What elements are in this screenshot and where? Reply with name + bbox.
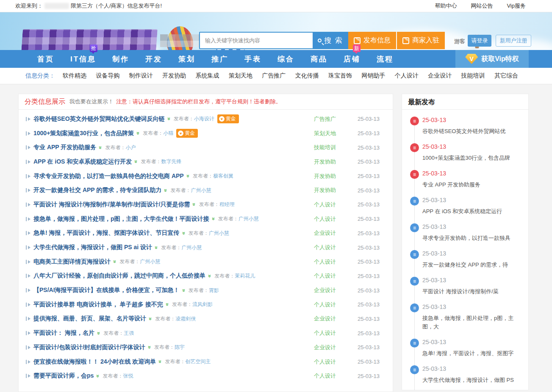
listing-category-link[interactable]: 个人设计: [306, 329, 344, 337]
publisher-link[interactable]: 广州小慧: [181, 244, 202, 251]
listing-title-link[interactable]: 【PS/AI海报平面设计】在线接单，价格便宜，可加急！: [33, 286, 180, 294]
chevron-down-icon[interactable]: «: [180, 232, 186, 235]
nav-item[interactable]: 策划: [178, 54, 195, 64]
post-title-link[interactable]: 开发一款健身社交 APP 的需求，待: [422, 261, 508, 268]
listing-title-link[interactable]: 谷歌外链SEO英文外链外贸网站优化关键词反向链: [33, 115, 165, 123]
listing-title-link[interactable]: 1000+策划案涵盖30行业，包含品牌策: [33, 130, 134, 137]
listing-title-link[interactable]: 接急单，做海报，图片处理，p图，主图，大学生代做！平面设计接: [33, 215, 209, 223]
nav-item[interactable]: IT信息: [70, 54, 96, 64]
publisher-link[interactable]: 霄影: [209, 287, 219, 294]
listing-title-link[interactable]: 平面设计 海报设计/海报制作/菜单制作/封面设计/只要是你需: [33, 201, 190, 209]
publisher-link[interactable]: 流风剑影: [192, 301, 213, 308]
chevron-down-icon[interactable]: «: [164, 303, 170, 306]
listing-category-link[interactable]: 个人设计: [306, 244, 344, 251]
listing-category-link[interactable]: 开发协助: [306, 172, 344, 180]
post-title-link[interactable]: 专业 APP 开发协助服务: [422, 181, 480, 188]
nav-item[interactable]: 开发: [145, 54, 162, 64]
topbar-link[interactable]: 网站公告: [471, 2, 493, 10]
listing-title-link[interactable]: 开发一款健身社交 APP 的需求，待专业团队助力: [33, 186, 161, 194]
chevron-down-icon[interactable]: «: [165, 117, 172, 120]
chevron-down-icon[interactable]: «: [95, 332, 101, 335]
category-link[interactable]: 技能培训: [461, 72, 485, 80]
chevron-down-icon[interactable]: «: [97, 146, 103, 149]
chevron-down-icon[interactable]: «: [206, 275, 212, 278]
category-link[interactable]: 系统集成: [196, 72, 219, 80]
publisher-link[interactable]: 小户: [126, 144, 136, 151]
vip-privilege-button[interactable]: V 获取Vip特权: [455, 50, 529, 68]
category-link[interactable]: 珠宝首饰: [328, 72, 352, 80]
listing-title-link[interactable]: 平面设计/包装设计/封底封面设计/字体设计: [33, 344, 145, 351]
publisher-link[interactable]: 茉莉花儿: [235, 272, 255, 280]
nav-item[interactable]: 制作: [112, 54, 129, 64]
chevron-down-icon[interactable]: «: [94, 375, 100, 378]
post-title-link[interactable]: 1000+策划案涵盖30行业，包含品牌: [422, 155, 510, 161]
listing-category-link[interactable]: 开发协助: [306, 158, 344, 166]
search-input[interactable]: [200, 33, 313, 48]
listing-title-link[interactable]: 电商美工主图详情页海报设计: [33, 258, 111, 266]
listing-category-link[interactable]: 企业设计: [306, 315, 344, 322]
listing-title-link[interactable]: 便宜接在线做海报啦！！ 24小时在线 欢迎询单: [33, 358, 156, 366]
category-link[interactable]: 制作设计: [129, 72, 153, 80]
listing-category-link[interactable]: 技能培训: [306, 144, 344, 151]
listing-title-link[interactable]: 急单! 海报，平面设计，海报、抠图字体设计、节日宣传: [33, 229, 180, 237]
post-title-link[interactable]: 寻求专业开发协助，以打造一款独具: [422, 235, 510, 241]
listing-title-link[interactable]: APP 在 iOS 和安卓系统稳定运行开发: [33, 158, 132, 166]
category-link[interactable]: 文化传播: [295, 72, 319, 80]
listing-category-link[interactable]: 开发协助: [306, 186, 344, 194]
chevron-down-icon[interactable]: «: [180, 289, 186, 292]
listing-title-link[interactable]: 大学生代做海报，海报设计，做图 PS ai 设计: [33, 244, 152, 251]
category-link[interactable]: 企业设计: [428, 72, 452, 80]
listing-title-link[interactable]: 需要平面设计师，会ps: [33, 372, 94, 380]
category-link[interactable]: 设备导购: [96, 72, 119, 80]
listing-title-link[interactable]: 寻求专业开发协助，以打造一款独具特色的社交电商 APP: [33, 172, 184, 180]
chevron-down-icon[interactable]: «: [147, 317, 153, 320]
publisher-link[interactable]: 张悦: [123, 373, 133, 380]
listing-category-link[interactable]: 个人设计: [306, 215, 344, 223]
publisher-link[interactable]: 广州小慧: [140, 258, 160, 265]
publisher-link[interactable]: 陈宇: [175, 344, 185, 351]
nav-item[interactable]: 手表: [244, 54, 261, 64]
nav-item[interactable]: 商品: [311, 54, 327, 64]
chevron-down-icon[interactable]: «: [162, 189, 168, 192]
chevron-down-icon[interactable]: «: [210, 217, 216, 220]
chevron-down-icon[interactable]: «: [184, 175, 191, 178]
category-link[interactable]: 其它综合: [494, 72, 518, 80]
listing-category-link[interactable]: 个人设计: [306, 272, 344, 280]
nav-item[interactable]: 综合: [277, 54, 294, 64]
post-title-link[interactable]: APP 在 iOS 和安卓系统稳定运行: [422, 208, 502, 214]
listing-category-link[interactable]: 策划天地: [306, 130, 344, 137]
listing-category-link[interactable]: 个人设计: [306, 201, 344, 209]
post-title-link[interactable]: 谷歌外链SEO英文外链外贸网站优: [422, 128, 505, 134]
login-button[interactable]: 请登录: [468, 35, 491, 47]
listing-title-link[interactable]: 八年大厂设计经验，原创自由设计师，跳过中间商，个人低价接单: [33, 272, 205, 280]
chevron-down-icon[interactable]: «: [156, 360, 163, 363]
nav-item[interactable]: 推广: [211, 54, 228, 64]
listing-title-link[interactable]: 平面设计接单群 电商设计接单， 单子超多 接不完: [33, 301, 163, 309]
merchant-join-button[interactable]: ✎ 商家入驻: [397, 32, 445, 49]
category-link[interactable]: 个人设计: [395, 72, 419, 80]
register-button[interactable]: 新用户注册: [496, 35, 531, 47]
topbar-link[interactable]: 帮助中心: [435, 2, 457, 10]
listing-category-link[interactable]: 个人设计: [306, 372, 344, 380]
listing-title-link[interactable]: 平面设计： 海报，名片: [33, 329, 94, 337]
category-link[interactable]: 软件精选: [63, 72, 86, 80]
chevron-down-icon[interactable]: «: [191, 203, 197, 206]
chevron-down-icon[interactable]: «: [146, 346, 152, 349]
post-title-link[interactable]: 平面设计 海报设计/海报制作/菜: [422, 288, 499, 295]
listing-category-link[interactable]: 企业设计: [306, 344, 344, 351]
listing-category-link[interactable]: 企业设计: [306, 286, 344, 294]
chevron-down-icon[interactable]: «: [153, 246, 159, 249]
publisher-link[interactable]: 小海设计: [194, 115, 214, 122]
listing-title-link[interactable]: 专业 APP 开发协助服务: [33, 144, 96, 151]
nav-item[interactable]: 流程: [377, 54, 394, 64]
listing-category-link[interactable]: 个人设计: [306, 358, 344, 366]
listing-category-link[interactable]: 广告推广: [306, 115, 344, 123]
publisher-link[interactable]: 凌霜剑侠: [175, 315, 196, 322]
category-link[interactable]: 广告推广: [262, 72, 286, 80]
listing-category-link[interactable]: 企业设计: [306, 229, 344, 237]
publisher-link[interactable]: 小猫: [163, 130, 173, 137]
category-link[interactable]: 网销助手: [361, 72, 385, 80]
publisher-link[interactable]: 程经理: [219, 201, 235, 208]
post-title-link[interactable]: 急单! 海报，平面设计，海报、抠图字: [422, 350, 513, 356]
publisher-link[interactable]: 王强: [124, 330, 134, 337]
